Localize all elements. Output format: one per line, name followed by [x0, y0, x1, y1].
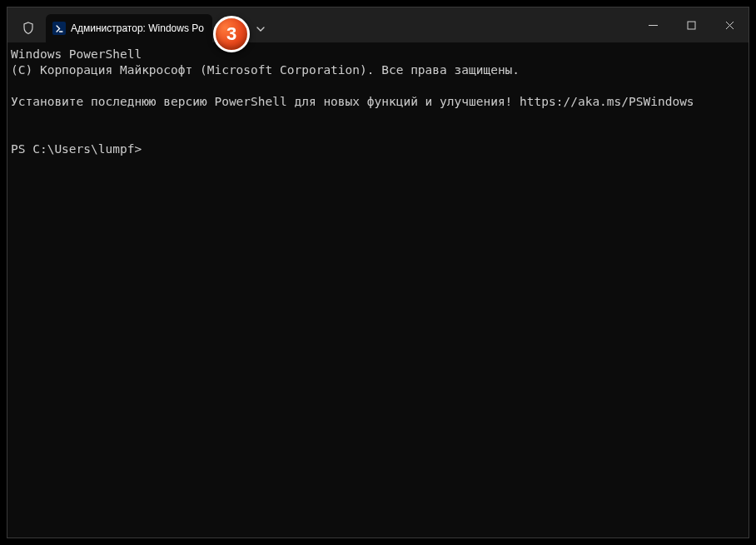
step-annotation-badge: 3 — [213, 16, 250, 52]
window-controls — [634, 7, 749, 42]
window-frame: Администратор: Windows Po + Windows — [7, 7, 749, 538]
close-icon — [725, 21, 734, 30]
minimize-button[interactable] — [634, 7, 672, 42]
terminal-line: (C) Корпорация Майкрософт (Microsoft Cor… — [11, 62, 745, 78]
maximize-icon — [687, 21, 696, 30]
svg-rect-0 — [688, 22, 695, 29]
tab-dropdown-button[interactable] — [247, 16, 274, 42]
terminal-line — [11, 110, 745, 126]
maximize-button[interactable] — [672, 7, 710, 42]
shield-icon — [22, 22, 35, 35]
terminal-line — [11, 78, 745, 94]
terminal-output[interactable]: Windows PowerShell(C) Корпорация Майкрос… — [7, 42, 749, 161]
terminal-line: Windows PowerShell — [11, 47, 745, 62]
titlebar: Администратор: Windows Po + — [7, 7, 749, 42]
tab-title: Администратор: Windows Po — [71, 22, 204, 34]
active-tab[interactable]: Администратор: Windows Po — [46, 14, 212, 42]
chevron-down-icon — [256, 24, 266, 34]
inactive-tab-shield[interactable] — [12, 14, 44, 42]
close-button[interactable] — [710, 7, 749, 42]
minimize-icon — [649, 21, 658, 30]
terminal-line — [11, 126, 745, 141]
powershell-icon — [52, 22, 66, 35]
annotation-number: 3 — [226, 23, 236, 45]
terminal-line: Установите последнюю версию PowerShell д… — [11, 94, 745, 110]
terminal-line: PS C:\Users\lumpf> — [11, 141, 745, 157]
